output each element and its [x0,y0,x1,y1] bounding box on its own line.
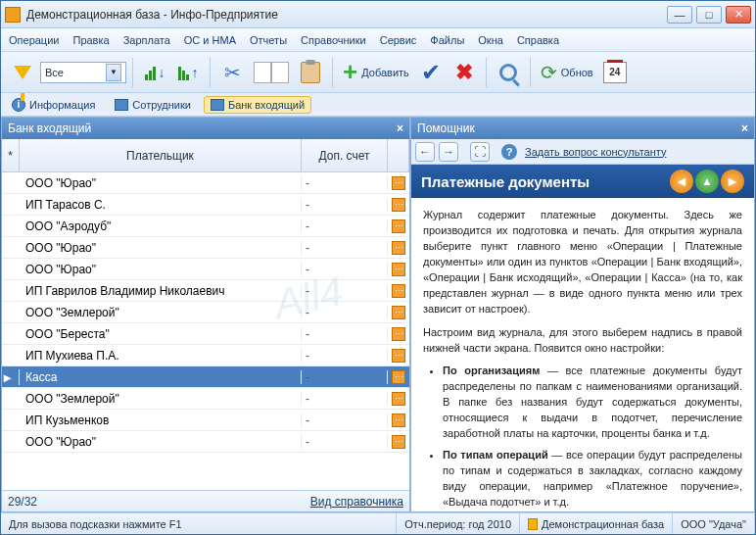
panel-close-button[interactable]: × [397,122,403,135]
row-action-button[interactable]: ⋯ [392,263,405,276]
row-action-button[interactable]: ⋯ [392,392,405,406]
menu-references[interactable]: Справочники [301,34,366,46]
menu-edit[interactable]: Правка [72,34,109,46]
cut-button[interactable]: ✂ [216,57,248,88]
delete-button[interactable]: ✖ [449,57,480,88]
cell-account: - [302,176,388,190]
cell-payer: ООО "Юрао" [20,263,302,276]
confirm-button[interactable]: ✔ [415,57,447,88]
col-marker[interactable]: * [2,139,20,171]
filter-combo[interactable]: Все▼ [40,62,126,83]
row-action-button[interactable]: ⋯ [392,435,405,449]
menu-operations[interactable]: Операции [9,34,59,46]
table-row[interactable]: ▸Касса-⋯ [2,366,409,388]
menu-service[interactable]: Сервис [380,34,417,46]
cell-account: - [302,392,388,406]
row-action-button[interactable]: ⋯ [392,370,405,384]
sort-asc-icon: ↓ [145,65,165,80]
row-action-button[interactable]: ⋯ [392,327,405,341]
doc-body[interactable]: Журнал содержит платежные документы. Зде… [411,198,754,511]
row-action-button[interactable]: ⋯ [392,306,405,319]
table-row[interactable]: ООО "Аэродуб"-⋯ [2,216,409,237]
nav-back-button[interactable]: ← [415,142,435,162]
cell-account: - [302,306,388,319]
cell-payer: ООО "Аэродуб" [20,219,302,233]
table-row[interactable]: ООО "Юрао"-⋯ [2,237,409,259]
row-action-button[interactable]: ⋯ [392,198,405,212]
toolbar: Все▼ ↓ ↑ ✂ +Добавить ✔ ✖ ⟳Обнов 24 [1,52,755,93]
cell-account: - [302,349,388,363]
calendar-button[interactable]: 24 [599,57,631,88]
table-row[interactable]: ИП Кузьменков-⋯ [2,410,409,431]
nav-forward-button[interactable]: → [439,142,458,162]
col-account[interactable]: Доп. счет [302,139,388,171]
panel-bank-incoming: Банк входящий × * Плательщик Доп. счет О… [1,117,410,512]
calendar-icon: 24 [603,62,627,83]
table-row[interactable]: ООО "Землерой"-⋯ [2,302,409,323]
row-action-button[interactable]: ⋯ [392,241,405,255]
cell-payer: Касса [20,370,302,384]
table-row[interactable]: ООО "Юрао"-⋯ [2,172,409,194]
sort-asc-button[interactable]: ↓ [139,57,170,88]
status-org: ООО "Удача" [673,513,755,534]
cell-payer: ООО "Землерой" [20,306,302,319]
doc-prev-button[interactable]: ◄ [670,170,693,193]
titlebar: Демонстрационная база - Инфо-Предприятие… [1,1,755,28]
reference-view-link[interactable]: Вид справочника [310,495,403,509]
chevron-down-icon: ▼ [106,64,121,81]
filter-button[interactable] [7,57,38,88]
close-button[interactable]: ✕ [726,6,751,24]
table-row[interactable]: ИП Мухиева П.А.-⋯ [2,345,409,366]
search-button[interactable] [493,57,524,88]
grid-header: * Плательщик Доп. счет [2,139,409,172]
table-row[interactable]: ООО "Юрао"-⋯ [2,259,409,280]
table-row[interactable]: ООО "Береста"-⋯ [2,323,409,345]
row-action-button[interactable]: ⋯ [392,349,405,363]
copy-button[interactable] [250,57,293,88]
tab-bank-incoming[interactable]: Банк входящий [204,96,311,114]
add-button[interactable]: +Добавить [339,57,413,88]
row-action-button[interactable]: ⋯ [392,284,405,298]
doc-title-bar: Платежные документы ◄ ▲ ► [411,165,754,198]
grid-body[interactable]: ООО "Юрао"-⋯ИП Тарасов С.-⋯ООО "Аэродуб"… [2,172,409,490]
check-icon: ✔ [421,59,441,86]
minimize-button[interactable]: — [667,6,692,24]
table-row[interactable]: ООО "Землерой"-⋯ [2,388,409,410]
paste-icon [301,62,320,83]
scissors-icon: ✂ [224,61,241,84]
menu-salary[interactable]: Зарплата [123,34,170,46]
nav-expand-button[interactable]: ⛶ [470,142,490,162]
status-db: Демонстрационная база [520,513,673,534]
question-icon: ? [501,144,517,160]
menu-windows[interactable]: Окна [478,34,503,46]
tab-employees[interactable]: Сотрудники [108,96,198,114]
ask-consultant-link[interactable]: Задать вопрос консультанту [525,146,666,158]
refresh-button[interactable]: ⟳Обнов [537,57,597,88]
cell-account: - [302,263,388,276]
panel-helper: Помощник × ← → ⛶ ? Задать вопрос консуль… [410,117,755,512]
row-action-button[interactable]: ⋯ [392,176,405,190]
x-icon: ✖ [455,60,473,85]
row-action-button[interactable]: ⋯ [392,219,405,233]
table-row[interactable]: ИП Тарасов С.-⋯ [2,194,409,216]
table-row[interactable]: ИП Гаврилов Владимир Николаевич-⋯ [2,280,409,302]
menu-help[interactable]: Справка [517,34,559,46]
copy-icon [271,62,289,83]
col-payer[interactable]: Плательщик [20,139,302,171]
table-row[interactable]: ООО "Юрао"-⋯ [2,431,409,453]
doc-up-button[interactable]: ▲ [695,170,719,193]
cell-account: - [302,435,388,449]
menu-os-nma[interactable]: ОС и НМА [184,34,236,46]
cell-account: - [302,219,388,233]
row-action-button[interactable]: ⋯ [392,413,405,427]
cell-account: - [302,327,388,341]
paste-button[interactable] [295,57,326,88]
doc-next-button[interactable]: ► [721,170,744,193]
maximize-button[interactable]: □ [696,6,722,24]
helper-close-button[interactable]: × [741,122,748,135]
search-icon [499,64,517,81]
menu-files[interactable]: Файлы [430,34,464,46]
menu-reports[interactable]: Отчеты [250,34,287,46]
tab-info[interactable]: iИнформация [5,95,102,115]
sort-desc-button[interactable]: ↑ [172,57,204,88]
